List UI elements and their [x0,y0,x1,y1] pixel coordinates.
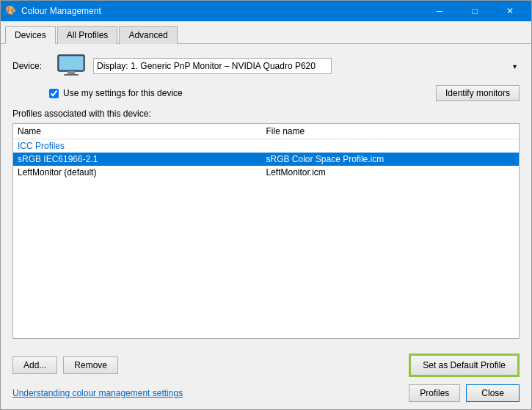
dropdown-arrow-icon: ▾ [513,62,517,70]
profiles-table: Name File name ICC Profiles sRGB IEC6196… [12,123,520,339]
device-row: Device: Display: 1. Generic PnP Monitor … [12,54,520,78]
tab-all-profiles[interactable]: All Profiles [57,26,118,44]
profiles-associated-label: Profiles associated with this device: [12,109,520,119]
col-file-header: File name [266,126,515,136]
svg-rect-3 [64,74,79,76]
tab-advanced[interactable]: Advanced [119,26,177,44]
maximize-button[interactable]: □ [458,4,492,18]
checkbox-row: Use my settings for this device [49,88,183,98]
device-label: Device: [12,61,49,71]
table-row[interactable]: ICC Profiles [13,139,519,153]
row-srgb-name: sRGB IEC61966-2.1 [18,154,266,164]
row-category-name: ICC Profiles [18,141,266,151]
tab-devices[interactable]: Devices [5,26,56,44]
svg-rect-2 [68,71,75,74]
device-dropdown[interactable]: Display: 1. Generic PnP Monitor – NVIDIA… [93,58,332,74]
col-name-header: Name [18,126,266,136]
window-title: Colour Management [21,6,101,16]
row-category-file [266,141,515,151]
tab-bar: Devices All Profiles Advanced [1,21,531,44]
close-window-button[interactable]: ✕ [493,4,527,18]
profiles-section: Profiles associated with this device: Na… [12,109,520,339]
close-button[interactable]: Close [466,384,520,402]
remove-button[interactable]: Remove [63,356,118,374]
settings-row: Use my settings for this device Identify… [49,85,520,101]
table-row[interactable]: sRGB IEC61966-2.1 sRGB Color Space Profi… [13,153,519,166]
minimize-button[interactable]: ─ [423,4,456,18]
table-row[interactable]: LeftMonitor (default) LeftMonitor.icm [13,166,519,179]
row-srgb-file: sRGB Color Space Profile.icm [266,154,515,164]
add-button[interactable]: Add... [12,356,57,374]
title-bar-left: 🎨 Colour Management [5,5,101,17]
title-bar: 🎨 Colour Management ─ □ ✕ [1,1,531,21]
main-window: 🎨 Colour Management ─ □ ✕ Devices All Pr… [0,0,532,410]
use-settings-checkbox[interactable] [49,89,59,98]
row-leftmonitor-name: LeftMonitor (default) [18,167,266,177]
use-settings-label: Use my settings for this device [63,88,183,98]
row-leftmonitor-file: LeftMonitor.icm [266,167,515,177]
profiles-button[interactable]: Profiles [409,384,460,402]
content-area: Device: Display: 1. Generic PnP Monitor … [1,44,531,349]
understanding-link[interactable]: Understanding colour management settings [12,388,183,398]
device-dropdown-wrapper: Display: 1. Generic PnP Monitor – NVIDIA… [93,58,520,74]
set-default-profile-button[interactable]: Set as Default Profile [409,354,520,377]
svg-rect-1 [59,56,83,70]
title-controls: ─ □ ✕ [423,4,527,18]
footer-row: Understanding colour management settings… [1,381,531,409]
monitor-icon [57,54,86,78]
table-header: Name File name [13,124,519,139]
identify-monitors-button[interactable]: Identify monitors [436,85,520,101]
window-icon: 🎨 [5,5,17,17]
bottom-left-buttons: Add... Remove [12,356,118,374]
footer-buttons: Profiles Close [409,384,520,402]
bottom-bar: Add... Remove Set as Default Profile [1,349,531,381]
